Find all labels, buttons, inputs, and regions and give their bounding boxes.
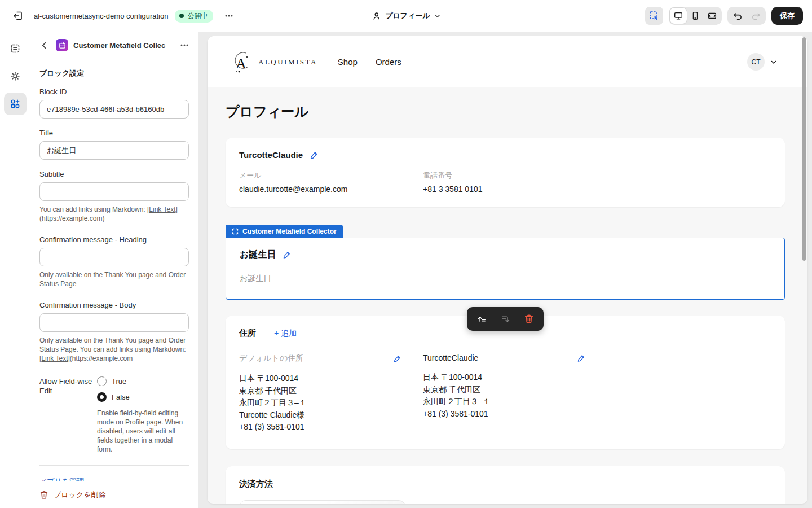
address-label: TurcotteClaudie [423, 353, 478, 362]
edit-pencil-icon[interactable] [577, 354, 585, 362]
section-title: ブロック設定 [39, 68, 189, 78]
block-toolbar [467, 307, 544, 331]
store-nav: Shop Orders [338, 57, 401, 67]
history-group [727, 7, 766, 25]
desktop-icon [673, 11, 683, 21]
store-header: A ALQUIMISTA Shop Orders CT [208, 36, 807, 87]
gear-icon [10, 71, 21, 82]
mobile-icon [690, 11, 700, 21]
store-body: プロフィール TurcotteClaudie メール [208, 87, 807, 504]
preview-backdrop: A ALQUIMISTA Shop Orders CT [198, 32, 812, 508]
exit-icon [12, 10, 24, 21]
delete-block-button[interactable] [524, 314, 534, 324]
move-block-down-button[interactable] [500, 314, 511, 325]
add-address-link[interactable]: + 追加 [274, 329, 297, 339]
storefront-preview: A ALQUIMISTA Shop Orders CT [208, 36, 807, 504]
app-embeds-tab-button[interactable] [4, 93, 27, 115]
payment-title: 決済方法 [239, 479, 771, 489]
undo-icon [732, 11, 743, 21]
manage-app-link[interactable]: アプリを管理 [39, 477, 84, 481]
undo-button[interactable] [729, 8, 747, 24]
more-actions-button[interactable] [220, 7, 238, 25]
block-id-label: Block ID [39, 87, 189, 96]
subtitle-help: You can add links using Markdown: [Link … [39, 205, 189, 223]
address-label: デフォルトの住所 [239, 353, 303, 364]
edit-pencil-icon[interactable] [393, 354, 401, 363]
inspect-mode-button[interactable] [645, 7, 663, 25]
conf-body-help: Only available on the Thank You page and… [39, 336, 189, 363]
brand-name: ALQUIMISTA [258, 58, 317, 67]
panel-scroll-area[interactable]: ブロック設定 Block ID Title Subtitle You can a… [30, 59, 198, 481]
redo-icon [751, 11, 761, 21]
fieldwise-true-radio[interactable]: True [97, 376, 130, 386]
email-label: メール [239, 170, 423, 181]
inspect-cursor-icon [648, 10, 660, 21]
address-secondary: TurcotteClaudie 日本 〒100-0014 東京都 千代田区 [423, 353, 585, 433]
selected-app-block[interactable]: Customer Metafield Collector お誕生日 お誕生日 [226, 225, 785, 300]
sections-tab-button[interactable] [4, 37, 27, 60]
move-block-up-button[interactable] [476, 314, 487, 325]
profile-card: TurcotteClaudie メール claudie.turcotte@exa… [226, 138, 785, 207]
save-button[interactable]: 保存 [771, 7, 803, 25]
fieldwise-false-radio[interactable]: False [97, 392, 130, 402]
theme-settings-tab-button[interactable] [4, 65, 27, 87]
subtitle-input[interactable] [39, 182, 189, 201]
fullwidth-preview-button[interactable] [704, 8, 721, 24]
payment-card: 決済方法 JPY ¥ [226, 466, 785, 505]
conf-heading-help: Only available on the Thank You page and… [39, 270, 189, 288]
title-input[interactable] [39, 141, 189, 160]
phone-value: +81 3 3581 0101 [423, 185, 771, 194]
chevron-down-icon [434, 13, 440, 19]
block-settings-panel: Customer Metafield Collec ブロック設定 Block I… [30, 32, 198, 508]
store-logo[interactable]: A ALQUIMISTA [231, 50, 317, 74]
device-preview-group [669, 7, 722, 25]
redo-button[interactable] [747, 8, 765, 24]
address-card: 住所 + 追加 デフォルトの住所 [226, 316, 785, 449]
edit-pencil-icon[interactable] [283, 251, 291, 259]
move-up-icon [476, 314, 487, 325]
chevron-left-icon [40, 41, 48, 50]
back-button[interactable] [37, 38, 51, 52]
app-block-body: お誕生日 お誕生日 [226, 238, 785, 300]
payment-method-card[interactable]: JPY ¥ [239, 500, 405, 505]
radio-checked-icon [97, 392, 107, 402]
nav-shop-link[interactable]: Shop [338, 57, 358, 67]
ellipsis-icon [179, 40, 189, 50]
page-selector-label: プロフィール [385, 11, 430, 21]
mobile-preview-button[interactable] [687, 8, 704, 24]
trash-icon [524, 314, 534, 324]
trash-icon [39, 491, 48, 500]
subtitle-label: Subtitle [39, 170, 189, 178]
conf-heading-input[interactable] [39, 248, 189, 266]
expand-width-icon [707, 11, 717, 21]
nav-orders-link[interactable]: Orders [376, 57, 401, 67]
move-down-icon [500, 314, 511, 325]
exit-editor-button[interactable] [9, 7, 27, 25]
app-blocks-icon [10, 98, 21, 110]
conf-body-input[interactable] [39, 313, 189, 332]
block-id-input[interactable] [39, 100, 189, 119]
fieldwise-label: Allow Field-wise Edit [39, 376, 97, 402]
metafield-title: お誕生日 [240, 249, 276, 261]
preview-scrollbar[interactable] [802, 37, 806, 261]
phone-label: 電話番号 [423, 170, 771, 181]
page-selector[interactable]: プロフィール [372, 0, 440, 32]
editor-icon-rail [0, 32, 30, 508]
title-label: Title [39, 129, 189, 137]
panel-title: Customer Metafield Collec [73, 41, 171, 50]
remove-block-button[interactable]: ブロックを削除 [30, 481, 198, 508]
edit-pencil-icon[interactable] [310, 151, 319, 160]
address-default: デフォルトの住所 日本 〒100-0014 東京都 千代田区 [239, 353, 401, 433]
divider [39, 465, 189, 466]
desktop-preview-button[interactable] [670, 8, 687, 24]
block-more-button[interactable] [176, 37, 192, 53]
page-title: プロフィール [226, 103, 785, 121]
customer-name: TurcotteClaudie [239, 150, 303, 160]
email-value: claudie.turcotte@example.com [239, 185, 423, 194]
account-menu[interactable]: CT [747, 53, 777, 71]
avatar: CT [747, 53, 765, 71]
editor-topbar: al-customermetasync-demo configuration 公… [0, 0, 812, 32]
conf-body-label: Confirmation message - Body [39, 301, 189, 309]
theme-title: al-customermetasync-demo configuration [34, 12, 168, 20]
app-logo-icon [56, 39, 68, 51]
